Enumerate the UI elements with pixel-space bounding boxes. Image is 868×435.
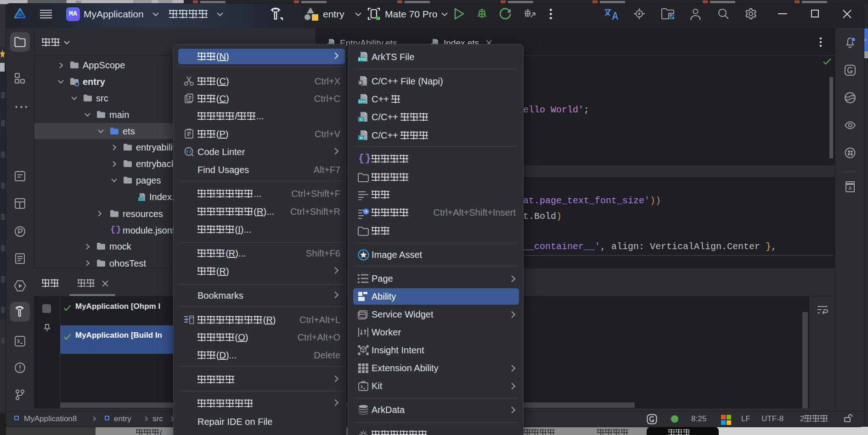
svg-text:c: c [359,81,361,85]
svg-text:H: H [360,136,363,140]
svg-text:C: C [360,117,363,122]
svg-text:ETS: ETS [358,57,365,61]
svg-text:C++: C++ [358,100,365,104]
svg-text:A: A [848,185,852,191]
